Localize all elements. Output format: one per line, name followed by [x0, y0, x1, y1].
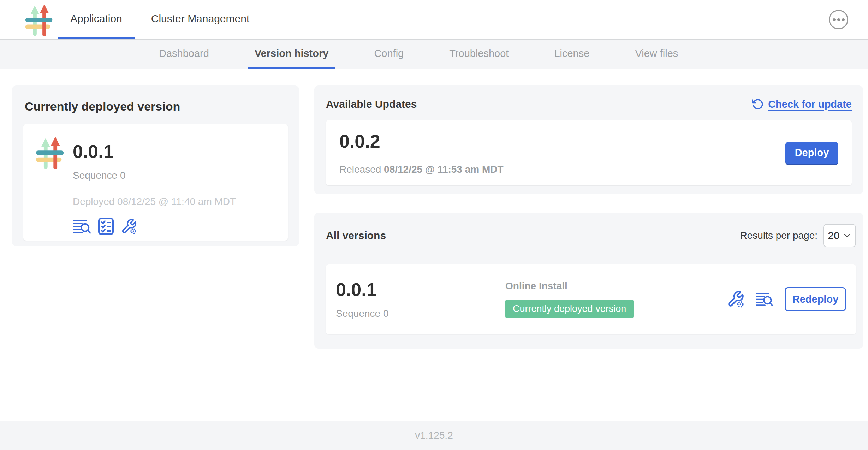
app-logo-icon — [34, 136, 67, 169]
available-updates-card: Available Updates Check for update 0.0.2… — [314, 85, 863, 194]
header-tab-label: Cluster Management — [151, 13, 249, 25]
check-for-update-label: Check for update — [768, 99, 852, 110]
header-tab-application[interactable]: Application — [58, 0, 135, 39]
results-per-page-label: Results per page: — [740, 230, 818, 241]
ellipsis-icon — [833, 18, 836, 21]
deployed-timestamp: Deployed 08/12/25 @ 11:40 am MDT — [73, 196, 236, 207]
deployed-version-panel: 0.0.1 Sequence 0 Deployed 08/12/25 @ 11:… — [23, 124, 288, 241]
app-subnav: Dashboard Version history Config Trouble… — [0, 40, 868, 69]
header-tab-label: Application — [70, 13, 122, 25]
currently-deployed-title: Currently deployed version — [25, 100, 288, 113]
header-tab-cluster-management[interactable]: Cluster Management — [139, 0, 262, 39]
preflight-checks-icon[interactable] — [98, 218, 114, 235]
install-type-label: Online Install — [505, 280, 634, 292]
available-updates-title: Available Updates — [326, 98, 417, 110]
check-for-update-link[interactable]: Check for update — [752, 98, 852, 110]
ellipsis-icon — [837, 18, 840, 21]
release-notes-icon[interactable] — [73, 219, 91, 235]
subnav-tab-config[interactable]: Config — [367, 40, 410, 69]
console-version: v1.125.2 — [415, 430, 453, 441]
update-released-timestamp: Released 08/12/25 @ 11:53 am MDT — [339, 164, 504, 175]
deployed-version-number: 0.0.1 — [73, 141, 236, 162]
row-sequence: Sequence 0 — [336, 308, 505, 319]
update-row: 0.0.2 Released 08/12/25 @ 11:53 am MDT D… — [326, 120, 852, 185]
ellipsis-icon — [842, 18, 845, 21]
subnav-tab-dashboard[interactable]: Dashboard — [152, 40, 216, 69]
subnav-tab-license[interactable]: License — [547, 40, 596, 69]
subnav-tab-troubleshoot[interactable]: Troubleshoot — [442, 40, 515, 69]
refresh-icon — [752, 98, 764, 110]
update-version-number: 0.0.2 — [339, 131, 504, 152]
released-prefix: Released — [339, 164, 381, 175]
deploy-button[interactable]: Deploy — [785, 142, 838, 164]
subnav-tab-version-history[interactable]: Version history — [248, 40, 335, 69]
config-icon[interactable] — [121, 218, 137, 235]
released-date: 08/12/25 @ 11:53 am MDT — [384, 164, 504, 175]
all-versions-title: All versions — [326, 230, 386, 242]
app-header: Application Cluster Management — [0, 0, 868, 40]
release-notes-icon[interactable] — [756, 292, 773, 307]
all-versions-card: All versions Results per page: 20 0.0.1 … — [314, 213, 863, 349]
config-icon[interactable] — [727, 290, 744, 308]
main-content: Currently deployed version 0.0.1 Sequenc… — [0, 69, 868, 421]
deployed-action-icons — [73, 218, 236, 235]
header-tabs: Application Cluster Management — [58, 0, 262, 39]
status-badge: Currently deployed version — [505, 300, 634, 318]
row-version-number: 0.0.1 — [336, 279, 505, 300]
app-footer: v1.125.2 — [0, 421, 868, 450]
deployed-sequence: Sequence 0 — [73, 170, 236, 181]
app-logo-icon — [23, 4, 56, 36]
results-per-page-group: Results per page: 20 — [740, 224, 856, 247]
results-per-page-value: 20 — [828, 230, 839, 242]
results-per-page-select[interactable]: 20 — [823, 224, 856, 247]
chevron-down-icon — [843, 231, 851, 240]
version-row: 0.0.1 Sequence 0 Online Install Currentl… — [326, 264, 856, 334]
right-column: Available Updates Check for update 0.0.2… — [314, 85, 863, 349]
overflow-menu-button[interactable] — [829, 10, 848, 29]
currently-deployed-card: Currently deployed version 0.0.1 Sequenc… — [12, 85, 299, 246]
redeploy-button[interactable]: Redeploy — [785, 287, 846, 311]
subnav-tab-view-files[interactable]: View files — [628, 40, 685, 69]
